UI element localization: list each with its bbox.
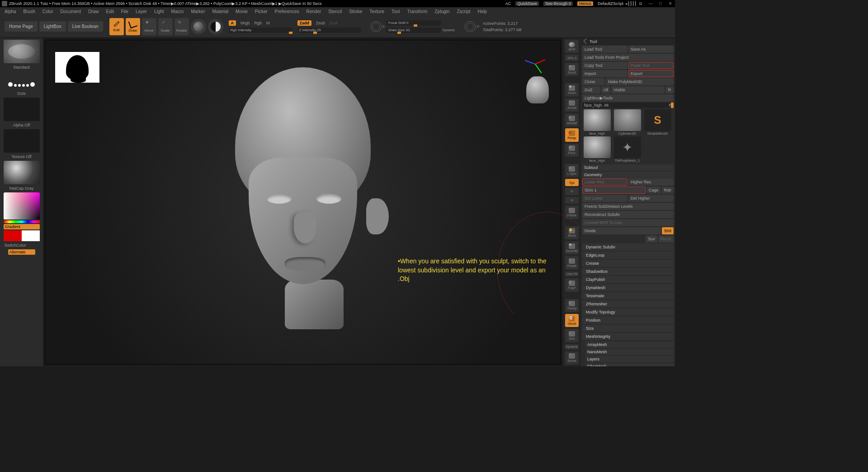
clone-button[interactable]: Clone — [582, 78, 605, 85]
tool-item-tmpolymesh[interactable]: ✦TMPolyMesh_1 — [613, 136, 642, 163]
edit-mode-button[interactable]: Edit — [109, 18, 124, 35]
menu-color[interactable]: Color — [42, 9, 53, 14]
section-modify-topology[interactable]: Modify Topology — [582, 308, 674, 316]
menu-material[interactable]: Material — [212, 9, 229, 14]
del-higher-button[interactable]: Del Higher — [628, 195, 674, 202]
alpha-selector[interactable] — [4, 98, 40, 121]
load-tool-button[interactable]: Load Tool — [582, 46, 627, 53]
menu-layer[interactable]: Layer — [136, 9, 147, 14]
menu-help[interactable]: Help — [477, 9, 487, 14]
tool-panel-title[interactable]: Tool — [581, 38, 675, 45]
copy-tool-button[interactable]: Copy Tool — [582, 62, 627, 69]
default-zscript[interactable]: DefaultZScript — [598, 1, 623, 6]
reconstruct-subdiv-button[interactable]: Reconstruct Subdiv — [582, 211, 674, 218]
rotate-mode-button[interactable]: ↻Rotate — [175, 18, 189, 35]
sculptris-button[interactable] — [208, 19, 223, 34]
convert-bpr-button[interactable]: Convert BPR To Geo — [582, 219, 674, 226]
section-edgeloop[interactable]: EdgeLoop — [582, 252, 674, 259]
export-button[interactable]: Export — [628, 70, 674, 77]
del-lower-button[interactable]: Del Lower — [582, 195, 627, 202]
quicksave-button[interactable]: QuickSave — [515, 1, 539, 6]
close-icon[interactable]: ✕ — [668, 1, 673, 6]
zsub-toggle[interactable]: Zsub — [316, 21, 325, 25]
goz-button[interactable]: GoZ — [582, 86, 600, 93]
section-dynamesh[interactable]: DynaMesh — [582, 284, 674, 291]
lightbox-tools-button[interactable]: Lightbox▶Tools — [582, 94, 674, 102]
axis-y-button[interactable]: ⟳ — [565, 188, 579, 195]
geometry-section[interactable]: Geometry — [582, 172, 674, 178]
draw-size-slider[interactable]: Draw Size 33 — [387, 28, 441, 33]
section-dynamic-subdiv[interactable]: Dynamic Subdiv — [582, 243, 674, 251]
dynamic-toggle[interactable]: Dynamic — [443, 28, 455, 32]
goz-visible-button[interactable]: Visible — [611, 86, 665, 93]
section-tessimate[interactable]: Tessimate — [582, 292, 674, 299]
actual-button[interactable]: ⊡Actual — [565, 98, 579, 112]
menu-document[interactable]: Document — [61, 9, 81, 14]
menu-alpha[interactable]: Alpha — [5, 9, 16, 14]
aahalf-button[interactable]: ◧AAHalf — [565, 113, 579, 126]
tool-item-simplebrush[interactable]: SimpleBrush — [643, 109, 672, 136]
draw-mode-button[interactable]: Draw — [126, 18, 140, 35]
smt-toggle[interactable]: Smt — [662, 227, 674, 234]
load-project-button[interactable]: Load Tools From Project — [582, 54, 674, 61]
divide-button[interactable]: Divide — [582, 227, 661, 234]
camera-head-icon[interactable] — [526, 76, 549, 103]
menu-picker[interactable]: Picker — [255, 9, 268, 14]
section-arraymesh[interactable]: ArrayMesh — [585, 341, 674, 348]
scale-mode-button[interactable]: ⤢Scale — [158, 18, 173, 35]
section-fibermesh[interactable]: FiberMesh — [585, 363, 674, 366]
cage-toggle[interactable]: Cage — [646, 187, 661, 194]
zcut-toggle[interactable]: Zcut — [330, 21, 338, 25]
tool-item-face-high[interactable]: face_high — [582, 109, 612, 136]
menu-light[interactable]: Light — [154, 9, 164, 14]
zoom-button[interactable]: 🔍Zoom — [565, 83, 579, 96]
menu-transform[interactable]: Transform — [407, 9, 427, 14]
lower-res-button[interactable]: Lower Res — [582, 178, 627, 186]
persp-button[interactable]: ▱Persp — [565, 128, 579, 141]
menu-marker[interactable]: Marker — [191, 9, 205, 14]
section-zremesher[interactable]: ZRemesher — [582, 300, 674, 308]
z-intensity-slider[interactable]: Z Intensity 25 — [297, 28, 361, 33]
main-color-swatch[interactable] — [4, 230, 22, 241]
solo-button[interactable]: ●Solo — [565, 329, 579, 342]
rgb-intensity-slider[interactable]: Rgb Intensity — [229, 28, 292, 33]
minimize-icon[interactable]: — — [648, 1, 653, 6]
menu-zscript[interactable]: Zscript — [457, 9, 470, 14]
higher-res-button[interactable]: Higher Res — [628, 178, 674, 186]
menu-file[interactable]: File — [121, 9, 128, 14]
menu-render[interactable]: Render — [307, 9, 321, 14]
menu-stencil[interactable]: Stencil — [328, 9, 342, 14]
goz-all-button[interactable]: All — [601, 86, 610, 93]
menu-edit[interactable]: Edit — [106, 9, 114, 14]
switchcolor-button[interactable]: SwitchColor — [4, 242, 40, 248]
seethrough-slider[interactable]: See-through 0 — [543, 1, 573, 6]
menu-preferences[interactable]: Preferences — [275, 9, 299, 14]
section-layers[interactable]: Layers — [585, 356, 674, 362]
gizmo-button[interactable] — [191, 19, 206, 34]
spix-button[interactable]: SPix 3 — [565, 55, 579, 61]
restore-icon[interactable]: ⧉ — [638, 1, 643, 6]
texture-selector[interactable] — [4, 129, 40, 153]
scroll-button[interactable]: ✥Scroll — [565, 63, 579, 76]
sdiv-slider[interactable]: SDiv 1 — [582, 187, 646, 194]
axis-z-button[interactable]: ⟲ — [565, 197, 579, 204]
section-size[interactable]: Size — [582, 325, 674, 332]
rgb-toggle[interactable]: Rgb — [255, 21, 262, 25]
import-button[interactable]: Import — [582, 70, 627, 77]
secondary-color-swatch[interactable] — [22, 230, 40, 241]
viewport-canvas[interactable]: •When you are satisfied with you sculpt,… — [45, 40, 561, 365]
mrgb-toggle[interactable]: Mrgb — [241, 21, 250, 25]
menu-texture[interactable]: Texture — [369, 9, 384, 14]
move-mode-button[interactable]: ✥Move — [142, 18, 156, 35]
goz-r-button[interactable]: R — [665, 86, 674, 93]
bpr-button[interactable]: BPR — [565, 40, 579, 53]
gradient-toggle[interactable]: Gradient — [4, 224, 40, 229]
menu-zplugin[interactable]: Zplugin — [435, 9, 450, 14]
reuv-toggle[interactable]: ReUV — [658, 235, 674, 243]
xpose-button[interactable]: ✶Xpose — [565, 351, 579, 365]
freeze-subdiv-button[interactable]: Freeze SubDivision Levels — [582, 203, 674, 210]
paste-tool-button[interactable]: Paste Tool — [628, 62, 674, 69]
menu-draw[interactable]: Draw — [88, 9, 99, 14]
tool-slider[interactable]: face_high. 48R — [582, 103, 674, 108]
xyz-button[interactable]: Xyz — [565, 179, 579, 186]
